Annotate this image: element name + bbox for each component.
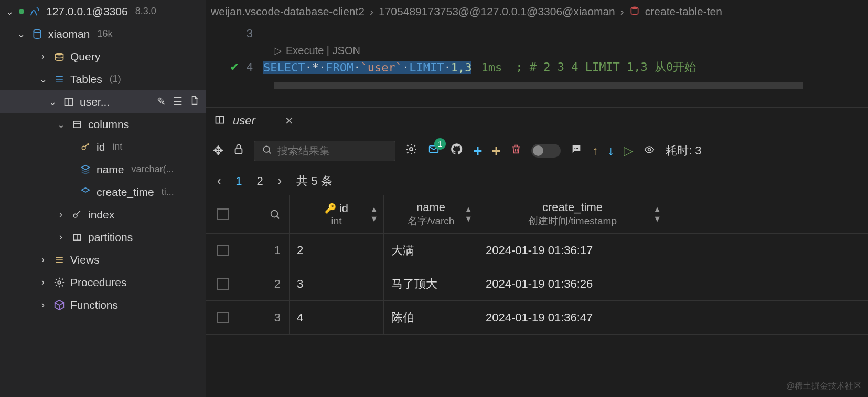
table-user-row[interactable]: ⌄ user... ✎ ☰ [0, 90, 206, 113]
header-checkbox[interactable] [206, 195, 240, 233]
toggle-switch[interactable] [531, 144, 561, 158]
list-icon[interactable]: ☰ [173, 95, 183, 108]
chat-icon[interactable] [570, 143, 583, 158]
row-checkbox[interactable] [206, 267, 240, 300]
functions-row[interactable]: › Functions [0, 294, 206, 316]
database-row[interactable]: ⌄ xiaoman 16k [0, 23, 206, 45]
procedures-label: Procedures [70, 276, 126, 289]
run-icon[interactable]: ▷ [624, 143, 633, 158]
svg-point-0 [34, 29, 40, 32]
cell-id[interactable]: 2 [290, 234, 384, 267]
row-index: 3 [240, 301, 290, 334]
panel-icon[interactable] [214, 114, 226, 128]
views-row[interactable]: › Views [0, 248, 206, 271]
panel-tab[interactable]: user [233, 114, 255, 128]
result-table: 🔑id int ▲▼ name 名字/varch ▲▼ create_time … [206, 195, 868, 397]
cell-name[interactable]: 陈伯 [384, 301, 478, 334]
tables-row[interactable]: ⌄ Tables (1) [0, 68, 206, 90]
cell-name[interactable]: 大满 [384, 234, 478, 267]
sort-icon[interactable]: ▲▼ [370, 205, 378, 224]
row-checkbox[interactable] [206, 301, 240, 334]
query-row[interactable]: › Query [0, 45, 206, 68]
connection-host: 127.0.0.1@3306 [46, 5, 128, 18]
cell-id[interactable]: 3 [290, 267, 384, 300]
breadcrumb-seg[interactable]: 1705489173753@@127.0.0.1@3306@xiaoman [379, 5, 615, 18]
row-checkbox[interactable] [206, 234, 240, 267]
views-icon [52, 255, 66, 265]
chevron-right-icon: › [620, 5, 624, 18]
column-name-type: varchar(... [132, 164, 174, 175]
cell-createtime[interactable]: 2024-01-19 01:36:26 [478, 267, 667, 300]
exec-time: 1ms [481, 61, 502, 74]
prev-page-icon[interactable]: ‹ [217, 174, 221, 188]
connection-row[interactable]: ⌄ 127.0.0.1@3306 8.3.0 [0, 0, 206, 23]
mail-icon[interactable]: 1 [427, 143, 441, 158]
sort-icon[interactable]: ▲▼ [653, 205, 661, 224]
lock-icon[interactable] [233, 143, 244, 159]
scrollbar[interactable] [274, 82, 803, 89]
add-row-icon[interactable]: + [492, 142, 501, 160]
delete-icon[interactable] [510, 143, 522, 159]
breadcrumb-seg[interactable]: create-table-ten [645, 5, 722, 18]
index-row[interactable]: › index [0, 203, 206, 226]
database-icon [629, 5, 640, 18]
header-id[interactable]: 🔑id int ▲▼ [290, 195, 384, 233]
page-1[interactable]: 1 [235, 174, 242, 188]
search-input[interactable] [277, 145, 388, 157]
pager-total: 共 5 条 [296, 173, 332, 189]
chevron-right-icon: › [56, 232, 66, 243]
page-2[interactable]: 2 [257, 174, 263, 188]
columns-row[interactable]: ⌄ columns [0, 113, 206, 135]
header-name[interactable]: name 名字/varch ▲▼ [384, 195, 478, 233]
edit-icon[interactable]: ✎ [157, 95, 166, 108]
breadcrumb-seg[interactable]: weijan.vscode-database-client2 [211, 5, 365, 18]
add-icon[interactable]: + [473, 142, 483, 160]
column-name-row[interactable]: name varchar(... [0, 158, 206, 181]
eye-icon[interactable] [642, 143, 656, 158]
table-row[interactable]: 3 4 陈伯 2024-01-19 01:36:47 [206, 301, 868, 335]
column-createtime-name: create_time [97, 186, 154, 198]
header-createtime[interactable]: create_time 创建时间/timestamp ▲▼ [478, 195, 667, 233]
cell-id[interactable]: 4 [290, 301, 384, 334]
pager: ‹ 1 2 › 共 5 条 [206, 168, 868, 195]
tables-label: Tables [70, 73, 102, 86]
line-number: 4 [247, 60, 253, 74]
svg-rect-7 [73, 121, 81, 128]
arrow-down-icon[interactable]: ↓ [608, 143, 614, 158]
table-row[interactable]: 1 2 大满 2024-01-19 01:36:17 [206, 234, 868, 267]
cell-createtime[interactable]: 2024-01-19 01:36:47 [478, 301, 667, 334]
header-search[interactable] [240, 195, 290, 233]
cell-name[interactable]: 马了顶大 [384, 267, 478, 300]
editor[interactable]: 3 ▷ Execute | JSON ✔ 4 SELECT·*·FROM·`us… [206, 23, 868, 107]
database-name: xiaoman [48, 28, 90, 40]
search-input-wrap[interactable] [254, 141, 395, 161]
sql-code[interactable]: SELECT·*·FROM·`user`·LIMIT·1,3 1ms ; # 2… [263, 59, 696, 75]
procedures-row[interactable]: › Procedures [0, 271, 206, 294]
partitions-row[interactable]: › partitions [0, 226, 206, 248]
svg-point-28 [648, 149, 651, 151]
github-icon[interactable] [450, 142, 464, 159]
codelens[interactable]: ▷ Execute | JSON [274, 44, 868, 57]
key-icon [70, 210, 84, 220]
elapsed-label: 耗时: 3 [666, 143, 701, 159]
chevron-down-icon: ⌄ [16, 28, 26, 40]
new-file-icon[interactable] [190, 95, 199, 108]
column-id-row[interactable]: id int [0, 135, 206, 158]
chevron-right-icon: › [38, 254, 48, 265]
gear-icon[interactable] [405, 143, 417, 159]
sort-icon[interactable]: ▲▼ [464, 205, 473, 224]
sidebar: ⌄ 127.0.0.1@3306 8.3.0 ⌄ xiaoman 16k › Q… [0, 0, 206, 397]
table-user-label: user... [80, 96, 110, 108]
breadcrumb[interactable]: weijan.vscode-database-client2 › 1705489… [206, 0, 868, 23]
cell-createtime[interactable]: 2024-01-19 01:36:17 [478, 234, 667, 267]
database-icon [30, 28, 44, 40]
close-icon[interactable]: ✕ [285, 114, 294, 127]
next-page-icon[interactable]: › [278, 174, 282, 188]
column-createtime-row[interactable]: create_time ti... [0, 181, 206, 203]
database-count: 16k [97, 28, 112, 39]
arrow-up-icon[interactable]: ↑ [592, 143, 598, 158]
row-index: 1 [240, 234, 290, 267]
move-icon[interactable]: ✥ [213, 143, 223, 158]
search-icon [262, 144, 272, 158]
table-row[interactable]: 2 3 马了顶大 2024-01-19 01:36:26 [206, 267, 868, 301]
